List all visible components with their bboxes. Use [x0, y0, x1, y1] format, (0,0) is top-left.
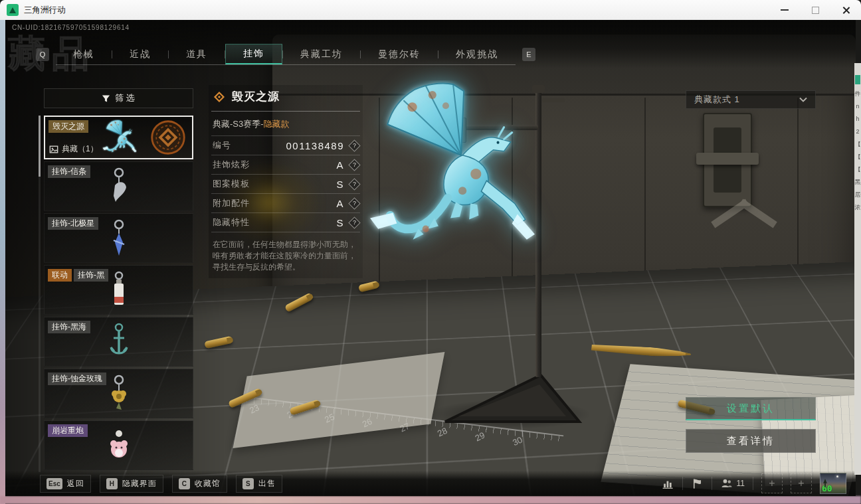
tab-item[interactable]: 曼德尔砖	[361, 44, 438, 64]
sidebar-item[interactable]: 挂饰-黑海	[44, 317, 193, 367]
help-icon[interactable]: ?	[348, 139, 360, 151]
help-icon[interactable]: ?	[348, 197, 360, 209]
tab-item[interactable]: 近战	[112, 44, 168, 64]
sidebar-item[interactable]: 毁灭之源 典藏（1）	[44, 116, 193, 159]
prev-tab-key[interactable]: Q	[36, 48, 49, 61]
collection-icon	[49, 145, 58, 154]
detail-row: 隐藏特性 S ?	[211, 213, 360, 232]
sidebar-item[interactable]: 挂饰-北极星	[44, 213, 193, 263]
sidebar-item[interactable]: 崩岩重炮	[44, 420, 193, 470]
background-text-fragment: 【	[855, 166, 861, 173]
crate-arrow-mark	[711, 194, 777, 231]
plus-icon: +	[798, 478, 804, 489]
hotkey[interactable]: Esc 返回	[40, 475, 91, 493]
hotkey-label: 出售	[258, 478, 276, 489]
item-label: 挂饰-蚀金玫瑰	[48, 373, 106, 385]
charm-thumbnail	[96, 120, 142, 158]
background-text-fragment: n	[856, 103, 859, 110]
detail-row: 编号 001138489 ?	[211, 136, 360, 155]
separator	[712, 477, 712, 490]
hotkey-keycap: S	[242, 478, 254, 489]
charm-thumbnail	[106, 167, 132, 207]
item-detail-panel: 毁灭之源 典藏-S3赛季-隐藏款 编号 001138489 ? 挂饰炫彩 A ?…	[209, 85, 363, 278]
background-text-fragment: 黑	[855, 179, 861, 185]
season-line: 典藏-S3赛季-隐藏款	[211, 112, 360, 136]
charm-thumbnail	[106, 218, 132, 258]
charm-thumbnail	[106, 426, 132, 465]
style-dropdown[interactable]: 典藏款式 1	[686, 90, 816, 109]
dragon-charm-3d[interactable]	[362, 80, 536, 268]
empty-slot-button[interactable]: +	[791, 473, 812, 493]
hotkey-keycap: Esc	[47, 478, 62, 489]
view-details-button[interactable]: 查看详情	[686, 429, 816, 453]
item-label: 崩岩重炮	[48, 424, 88, 437]
rarity-diamond-icon	[213, 90, 226, 104]
detail-row-value: 001138489	[286, 140, 344, 151]
filter-button[interactable]: 筛选	[44, 88, 193, 108]
charm-thumbnail	[106, 374, 132, 414]
set-default-button[interactable]: 设置默认	[686, 397, 816, 420]
detail-row-label: 隐藏特性	[213, 216, 250, 228]
close-button[interactable]	[830, 0, 861, 20]
bar-chart-icon	[662, 477, 674, 490]
item-label: 毁灭之源	[48, 120, 88, 133]
item-label: 挂饰-北极星	[48, 217, 98, 230]
filter-icon	[101, 94, 111, 104]
tab-item[interactable]: 道具	[169, 44, 225, 64]
help-icon[interactable]: ?	[348, 178, 360, 190]
sidebar-item[interactable]: 联动 挂饰-黑	[44, 265, 193, 315]
desktop-edge-left	[0, 20, 5, 504]
tab-item[interactable]: 外观挑战	[438, 44, 516, 64]
detail-row-label: 附加配件	[213, 197, 250, 209]
plus-icon: +	[769, 478, 775, 489]
minimap-thumbnail[interactable]: 60	[820, 473, 846, 494]
fps-counter: 60	[822, 483, 832, 493]
minimize-button[interactable]	[769, 0, 800, 20]
app-logo-icon	[7, 4, 19, 16]
crate-latch	[703, 113, 752, 207]
close-icon	[842, 6, 850, 15]
sidebar-scrollbar[interactable]	[39, 116, 41, 472]
detail-row-value: S	[336, 179, 344, 190]
report-button[interactable]	[691, 477, 704, 490]
empty-slot-button[interactable]: +	[761, 473, 783, 493]
hotkey-label: 隐藏界面	[122, 478, 157, 489]
tab-item[interactable]: 典藏工坊	[283, 44, 360, 64]
people-icon	[720, 477, 733, 490]
detail-row: 挂饰炫彩 A ?	[211, 155, 360, 175]
hotkey[interactable]: H 隐藏界面	[100, 475, 163, 493]
detail-row-label: 编号	[213, 139, 231, 151]
background-text-fragment: 浓	[855, 204, 861, 210]
item-label: 挂饰-信条	[48, 165, 90, 178]
detail-row: 附加配件 A ?	[211, 194, 360, 213]
display-stand-base	[436, 355, 589, 428]
stats-button[interactable]	[662, 477, 674, 490]
hotkey-keycap: C	[179, 478, 190, 489]
team-button[interactable]: 11	[720, 477, 745, 490]
hotkey[interactable]: S 出售	[236, 475, 282, 493]
background-text-fragment: h	[856, 116, 859, 122]
sidebar-item[interactable]: 挂饰-蚀金玫瑰	[44, 369, 193, 418]
ruler-number: 29	[474, 430, 486, 444]
tab-item[interactable]: 挂饰	[225, 44, 282, 64]
sidebar-item[interactable]: 挂饰-信条	[44, 161, 193, 211]
background-text-fragment: 居	[855, 191, 861, 198]
scrollbar-thumb[interactable]	[39, 116, 41, 177]
hotkey-label: 收藏馆	[195, 478, 221, 489]
bottom-hotkey-bar: Esc 返回 H 隐藏界面 C 收藏馆 S 出售 11 + + 60	[5, 471, 856, 496]
hotkey[interactable]: C 收藏馆	[172, 475, 227, 493]
separator	[682, 477, 683, 490]
maximize-button[interactable]	[800, 0, 830, 20]
display-stand-pole	[535, 92, 541, 377]
help-icon[interactable]: ?	[348, 159, 360, 171]
sliver-highlight	[855, 75, 860, 84]
team-count: 11	[737, 479, 745, 488]
tab-item[interactable]: 枪械	[56, 44, 112, 64]
next-tab-key[interactable]: E	[522, 48, 535, 61]
help-icon[interactable]: ?	[348, 216, 360, 228]
hidden-style-tag: 隐藏款	[264, 119, 290, 129]
charm-thumbnail	[106, 270, 132, 310]
ruler-number: 30	[511, 435, 524, 448]
charm-list: 毁灭之源 典藏（1） 挂饰-信条 挂饰-北极星 联动	[44, 116, 193, 470]
category-tab-bar: Q 枪械近战道具挂饰典藏工坊曼德尔砖外观挑战 E	[36, 44, 535, 65]
